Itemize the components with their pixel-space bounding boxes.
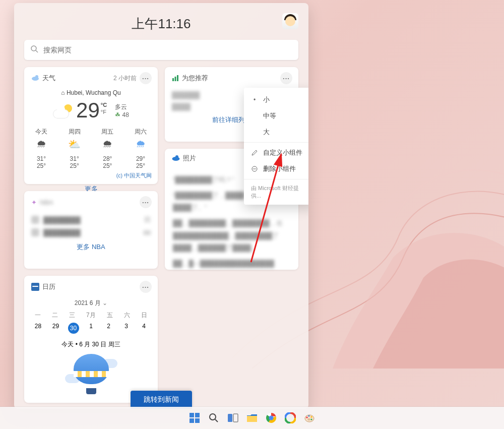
- svg-rect-15: [195, 418, 200, 423]
- search-icon: [30, 45, 38, 55]
- svg-rect-14: [190, 418, 194, 423]
- svg-point-28: [308, 415, 309, 416]
- weather-more-button[interactable]: [140, 72, 152, 84]
- sport-icon: ✦: [31, 199, 37, 206]
- day-label: 今天: [29, 128, 53, 136]
- weather-icon: [31, 74, 39, 83]
- svg-rect-6: [177, 75, 178, 81]
- forecast-row: 今天🌧31°25° 周四⛅31°25° 周五🌧28°25° 周六🌧29°25°: [24, 124, 158, 172]
- sport-card[interactable]: ✦ NBA ████████日 ████████00 更多 NBA: [24, 191, 158, 269]
- calendar-month[interactable]: 2021 6 月: [75, 299, 101, 307]
- weather-aqi: 48: [122, 111, 129, 118]
- file-explorer-icon[interactable]: [245, 411, 259, 424]
- svg-rect-12: [190, 413, 194, 417]
- search-box[interactable]: [24, 40, 298, 60]
- location-icon: ⌂: [61, 89, 65, 96]
- calendar-today: 30: [68, 323, 79, 334]
- svg-point-24: [270, 416, 273, 419]
- weather-condition: 多云: [115, 103, 129, 111]
- unit-celsius[interactable]: °C: [101, 101, 107, 108]
- svg-point-29: [310, 416, 312, 417]
- svg-rect-20: [247, 416, 257, 422]
- day-label: 周四: [62, 128, 87, 136]
- svg-rect-5: [175, 77, 176, 81]
- weather-condition-icon: [53, 100, 73, 120]
- remove-icon: [251, 165, 258, 172]
- market-more-button[interactable]: [280, 72, 292, 84]
- partly-cloudy-icon: ⛅: [62, 138, 87, 150]
- photos-icon: [172, 155, 180, 162]
- board-time: 上午11:16: [21, 8, 301, 40]
- svg-rect-13: [195, 413, 200, 417]
- svg-point-3: [35, 75, 38, 78]
- svg-point-31: [308, 419, 310, 420]
- chevron-down-icon[interactable]: ⌄: [102, 299, 107, 307]
- weather-temp: 29: [76, 98, 100, 122]
- sport-more-link[interactable]: 更多 NBA: [24, 238, 158, 258]
- rain-icon: 🌧: [95, 138, 119, 150]
- left-column: 天气 2 小时前 ⌂ Hubei, Wuchang Qu 29 °C: [24, 67, 158, 403]
- menu-separator: [244, 142, 308, 143]
- svg-line-17: [215, 419, 218, 422]
- weather-location: Hubei, Wuchang Qu: [67, 89, 121, 96]
- menu-size-medium[interactable]: 中等: [244, 108, 308, 124]
- rain-icon: 🌧: [29, 138, 53, 150]
- aqi-icon: ☘: [115, 111, 120, 118]
- svg-rect-19: [233, 414, 238, 422]
- svg-rect-4: [172, 78, 174, 81]
- svg-rect-18: [228, 414, 232, 422]
- weather-title: 天气: [42, 74, 110, 83]
- photos-title: 照片: [183, 154, 246, 163]
- sport-title: NBA: [40, 199, 137, 206]
- svg-line-1: [36, 50, 38, 52]
- svg-point-8: [175, 155, 178, 158]
- task-view-icon[interactable]: [226, 411, 239, 424]
- svg-point-27: [306, 416, 307, 418]
- menu-credit: 由 Microsoft 财经提供...: [244, 181, 308, 201]
- menu-remove[interactable]: 删除小组件: [244, 161, 308, 177]
- menu-customize[interactable]: 自定义小组件: [244, 145, 308, 161]
- svg-point-0: [31, 46, 36, 51]
- rain-icon: 🌧: [129, 138, 153, 150]
- calendar-date-row[interactable]: 2829301234: [24, 321, 158, 335]
- menu-separator: [244, 179, 308, 179]
- unit-fahrenheit[interactable]: °F: [101, 108, 107, 115]
- browser-icon[interactable]: [284, 411, 297, 424]
- day-label: 周五: [95, 128, 119, 136]
- sport-body: ████████日 ████████00: [24, 211, 158, 238]
- menu-size-small[interactable]: • 小: [244, 92, 308, 108]
- calendar-card[interactable]: 日历 2021 6 月 ⌄ 一二三7月五六日 2829301234 今天 • 6…: [24, 276, 158, 403]
- start-button[interactable]: [188, 411, 201, 424]
- weather-updated: 2 小时前: [113, 74, 137, 83]
- calendar-header-row: 一二三7月五六日: [24, 310, 158, 321]
- bullet-icon: •: [251, 96, 258, 103]
- svg-point-30: [310, 418, 312, 420]
- taskbar-search-icon[interactable]: [207, 411, 220, 424]
- weather-source: (c) 中国天气网: [24, 172, 158, 180]
- menu-size-large[interactable]: 大: [244, 124, 308, 140]
- taskbar[interactable]: [0, 407, 504, 429]
- widget-board: 上午11:16 天气 2 小时前 ⌂ Hubei, Wuchang Qu: [14, 3, 308, 409]
- svg-point-16: [210, 414, 216, 420]
- market-icon: [172, 75, 179, 82]
- widget-context-menu: • 小 中等 大 自定义小组件 删除小组件 由 Microsoft 财经提供..…: [244, 88, 308, 205]
- calendar-title: 日历: [42, 282, 137, 291]
- calendar-caption: 今天 • 6 月 30 日 周三: [24, 335, 158, 351]
- day-label: 周六: [129, 128, 153, 136]
- pencil-icon: [251, 149, 258, 156]
- calendar-illustration: [71, 354, 111, 404]
- user-avatar[interactable]: [282, 13, 298, 29]
- search-input[interactable]: [42, 45, 292, 54]
- chrome-icon[interactable]: [265, 411, 278, 424]
- calendar-icon: [31, 283, 39, 291]
- jump-to-news-button[interactable]: 跳转到新闻: [131, 391, 192, 409]
- market-title: 为您推荐: [182, 74, 277, 83]
- calendar-more-button[interactable]: [140, 281, 152, 293]
- weather-card[interactable]: 天气 2 小时前 ⌂ Hubei, Wuchang Qu 29 °C: [24, 67, 158, 184]
- paint-icon[interactable]: [303, 411, 316, 424]
- sport-more-button[interactable]: [140, 196, 152, 208]
